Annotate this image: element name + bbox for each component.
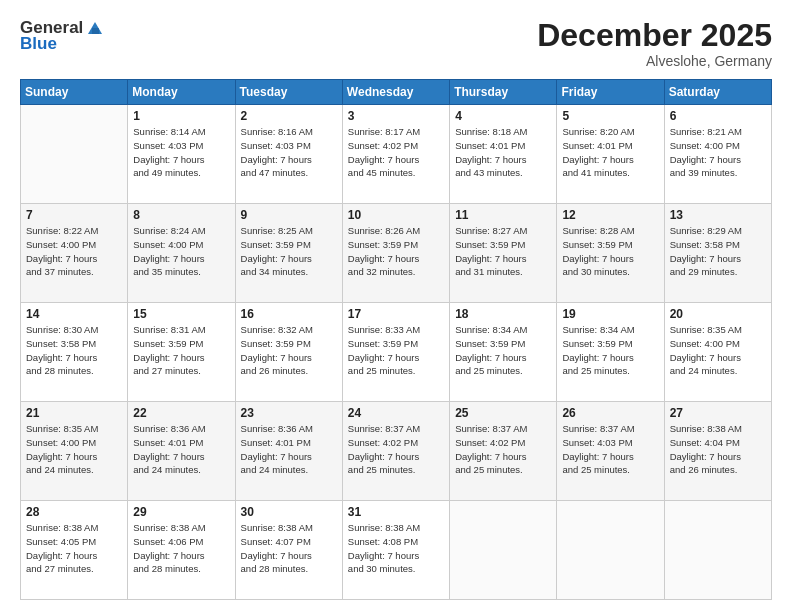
table-row: 30Sunrise: 8:38 AMSunset: 4:07 PMDayligh… xyxy=(235,501,342,600)
table-row: 15Sunrise: 8:31 AMSunset: 3:59 PMDayligh… xyxy=(128,303,235,402)
day-number: 30 xyxy=(241,505,337,519)
day-number: 12 xyxy=(562,208,658,222)
col-monday: Monday xyxy=(128,80,235,105)
day-number: 31 xyxy=(348,505,444,519)
calendar-header-row: Sunday Monday Tuesday Wednesday Thursday… xyxy=(21,80,772,105)
col-wednesday: Wednesday xyxy=(342,80,449,105)
day-number: 1 xyxy=(133,109,229,123)
cell-info: Sunrise: 8:30 AMSunset: 3:58 PMDaylight:… xyxy=(26,323,122,378)
cell-info: Sunrise: 8:35 AMSunset: 4:00 PMDaylight:… xyxy=(26,422,122,477)
day-number: 18 xyxy=(455,307,551,321)
table-row xyxy=(21,105,128,204)
table-row: 19Sunrise: 8:34 AMSunset: 3:59 PMDayligh… xyxy=(557,303,664,402)
table-row: 3Sunrise: 8:17 AMSunset: 4:02 PMDaylight… xyxy=(342,105,449,204)
cell-info: Sunrise: 8:37 AMSunset: 4:02 PMDaylight:… xyxy=(348,422,444,477)
day-number: 16 xyxy=(241,307,337,321)
cell-info: Sunrise: 8:22 AMSunset: 4:00 PMDaylight:… xyxy=(26,224,122,279)
table-row: 1Sunrise: 8:14 AMSunset: 4:03 PMDaylight… xyxy=(128,105,235,204)
table-row: 14Sunrise: 8:30 AMSunset: 3:58 PMDayligh… xyxy=(21,303,128,402)
title-block: December 2025 Alveslohe, Germany xyxy=(537,18,772,69)
table-row: 17Sunrise: 8:33 AMSunset: 3:59 PMDayligh… xyxy=(342,303,449,402)
calendar-week-row: 21Sunrise: 8:35 AMSunset: 4:00 PMDayligh… xyxy=(21,402,772,501)
cell-info: Sunrise: 8:34 AMSunset: 3:59 PMDaylight:… xyxy=(455,323,551,378)
day-number: 7 xyxy=(26,208,122,222)
cell-info: Sunrise: 8:37 AMSunset: 4:03 PMDaylight:… xyxy=(562,422,658,477)
cell-info: Sunrise: 8:18 AMSunset: 4:01 PMDaylight:… xyxy=(455,125,551,180)
logo-blue-text: Blue xyxy=(20,34,57,54)
day-number: 5 xyxy=(562,109,658,123)
table-row: 2Sunrise: 8:16 AMSunset: 4:03 PMDaylight… xyxy=(235,105,342,204)
day-number: 25 xyxy=(455,406,551,420)
table-row: 9Sunrise: 8:25 AMSunset: 3:59 PMDaylight… xyxy=(235,204,342,303)
svg-marker-1 xyxy=(92,28,99,34)
calendar-week-row: 1Sunrise: 8:14 AMSunset: 4:03 PMDaylight… xyxy=(21,105,772,204)
calendar-week-row: 28Sunrise: 8:38 AMSunset: 4:05 PMDayligh… xyxy=(21,501,772,600)
day-number: 22 xyxy=(133,406,229,420)
day-number: 19 xyxy=(562,307,658,321)
day-number: 17 xyxy=(348,307,444,321)
table-row: 25Sunrise: 8:37 AMSunset: 4:02 PMDayligh… xyxy=(450,402,557,501)
cell-info: Sunrise: 8:35 AMSunset: 4:00 PMDaylight:… xyxy=(670,323,766,378)
table-row: 16Sunrise: 8:32 AMSunset: 3:59 PMDayligh… xyxy=(235,303,342,402)
calendar-week-row: 14Sunrise: 8:30 AMSunset: 3:58 PMDayligh… xyxy=(21,303,772,402)
table-row: 13Sunrise: 8:29 AMSunset: 3:58 PMDayligh… xyxy=(664,204,771,303)
col-tuesday: Tuesday xyxy=(235,80,342,105)
cell-info: Sunrise: 8:37 AMSunset: 4:02 PMDaylight:… xyxy=(455,422,551,477)
col-saturday: Saturday xyxy=(664,80,771,105)
day-number: 2 xyxy=(241,109,337,123)
cell-info: Sunrise: 8:36 AMSunset: 4:01 PMDaylight:… xyxy=(133,422,229,477)
day-number: 6 xyxy=(670,109,766,123)
cell-info: Sunrise: 8:28 AMSunset: 3:59 PMDaylight:… xyxy=(562,224,658,279)
table-row: 28Sunrise: 8:38 AMSunset: 4:05 PMDayligh… xyxy=(21,501,128,600)
day-number: 8 xyxy=(133,208,229,222)
cell-info: Sunrise: 8:24 AMSunset: 4:00 PMDaylight:… xyxy=(133,224,229,279)
cell-info: Sunrise: 8:36 AMSunset: 4:01 PMDaylight:… xyxy=(241,422,337,477)
table-row: 18Sunrise: 8:34 AMSunset: 3:59 PMDayligh… xyxy=(450,303,557,402)
cell-info: Sunrise: 8:27 AMSunset: 3:59 PMDaylight:… xyxy=(455,224,551,279)
table-row: 11Sunrise: 8:27 AMSunset: 3:59 PMDayligh… xyxy=(450,204,557,303)
calendar-week-row: 7Sunrise: 8:22 AMSunset: 4:00 PMDaylight… xyxy=(21,204,772,303)
cell-info: Sunrise: 8:38 AMSunset: 4:08 PMDaylight:… xyxy=(348,521,444,576)
day-number: 21 xyxy=(26,406,122,420)
cell-info: Sunrise: 8:38 AMSunset: 4:04 PMDaylight:… xyxy=(670,422,766,477)
cell-info: Sunrise: 8:38 AMSunset: 4:05 PMDaylight:… xyxy=(26,521,122,576)
calendar-table: Sunday Monday Tuesday Wednesday Thursday… xyxy=(20,79,772,600)
table-row: 10Sunrise: 8:26 AMSunset: 3:59 PMDayligh… xyxy=(342,204,449,303)
page: General Blue December 2025 Alveslohe, Ge… xyxy=(0,0,792,612)
cell-info: Sunrise: 8:26 AMSunset: 3:59 PMDaylight:… xyxy=(348,224,444,279)
table-row: 6Sunrise: 8:21 AMSunset: 4:00 PMDaylight… xyxy=(664,105,771,204)
table-row: 20Sunrise: 8:35 AMSunset: 4:00 PMDayligh… xyxy=(664,303,771,402)
table-row xyxy=(664,501,771,600)
col-thursday: Thursday xyxy=(450,80,557,105)
table-row: 12Sunrise: 8:28 AMSunset: 3:59 PMDayligh… xyxy=(557,204,664,303)
cell-info: Sunrise: 8:29 AMSunset: 3:58 PMDaylight:… xyxy=(670,224,766,279)
table-row: 27Sunrise: 8:38 AMSunset: 4:04 PMDayligh… xyxy=(664,402,771,501)
cell-info: Sunrise: 8:32 AMSunset: 3:59 PMDaylight:… xyxy=(241,323,337,378)
day-number: 29 xyxy=(133,505,229,519)
cell-info: Sunrise: 8:21 AMSunset: 4:00 PMDaylight:… xyxy=(670,125,766,180)
table-row: 24Sunrise: 8:37 AMSunset: 4:02 PMDayligh… xyxy=(342,402,449,501)
cell-info: Sunrise: 8:16 AMSunset: 4:03 PMDaylight:… xyxy=(241,125,337,180)
table-row: 29Sunrise: 8:38 AMSunset: 4:06 PMDayligh… xyxy=(128,501,235,600)
cell-info: Sunrise: 8:20 AMSunset: 4:01 PMDaylight:… xyxy=(562,125,658,180)
day-number: 28 xyxy=(26,505,122,519)
day-number: 23 xyxy=(241,406,337,420)
table-row: 22Sunrise: 8:36 AMSunset: 4:01 PMDayligh… xyxy=(128,402,235,501)
table-row xyxy=(557,501,664,600)
header: General Blue December 2025 Alveslohe, Ge… xyxy=(20,18,772,69)
table-row: 23Sunrise: 8:36 AMSunset: 4:01 PMDayligh… xyxy=(235,402,342,501)
month-title: December 2025 xyxy=(537,18,772,53)
day-number: 26 xyxy=(562,406,658,420)
cell-info: Sunrise: 8:34 AMSunset: 3:59 PMDaylight:… xyxy=(562,323,658,378)
day-number: 11 xyxy=(455,208,551,222)
table-row: 21Sunrise: 8:35 AMSunset: 4:00 PMDayligh… xyxy=(21,402,128,501)
cell-info: Sunrise: 8:38 AMSunset: 4:06 PMDaylight:… xyxy=(133,521,229,576)
col-friday: Friday xyxy=(557,80,664,105)
day-number: 24 xyxy=(348,406,444,420)
day-number: 13 xyxy=(670,208,766,222)
logo: General Blue xyxy=(20,18,105,54)
cell-info: Sunrise: 8:31 AMSunset: 3:59 PMDaylight:… xyxy=(133,323,229,378)
cell-info: Sunrise: 8:17 AMSunset: 4:02 PMDaylight:… xyxy=(348,125,444,180)
day-number: 10 xyxy=(348,208,444,222)
day-number: 4 xyxy=(455,109,551,123)
